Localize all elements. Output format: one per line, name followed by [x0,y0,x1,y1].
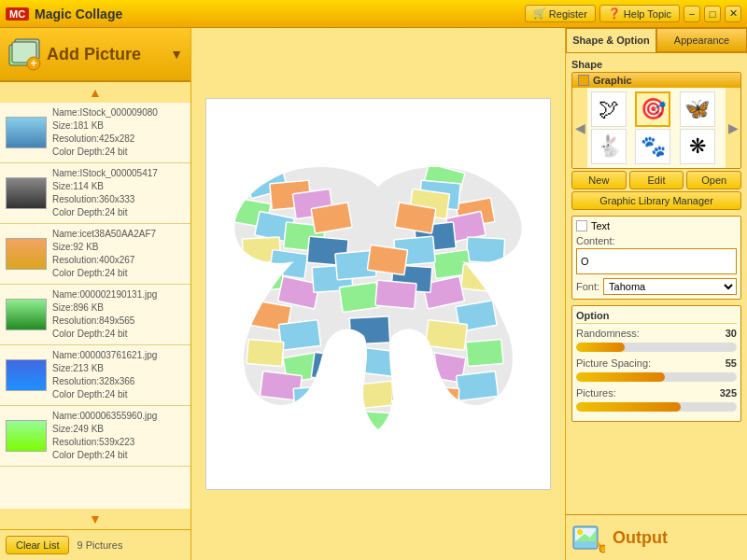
list-item[interactable]: Name:000006355960.jpgSize:249 KBResoluti… [0,406,190,467]
font-select[interactable]: Tahoma [603,278,737,295]
graphic-library-manager-button[interactable]: Graphic Library Manager [571,191,741,210]
bird-collage-svg: // This won't execute in SVG context, we… [219,112,537,476]
spacing-row: Picture Spacing: 55 [576,357,737,369]
graphic-grid: ◀ 🕊 🎯 🦋 🐇 🐾 ❋ ▶ [572,88,740,168]
svg-rect-29 [461,264,500,292]
svg-rect-35 [375,280,416,309]
list-item[interactable]: Name:000002190131.jpgSize:896 KBResoluti… [0,285,190,345]
content-input[interactable] [576,248,737,274]
app-logo: MC [6,7,29,21]
scroll-down-button[interactable]: ▼ [0,509,190,529]
shape-section: Shape Graphic ◀ 🕊 🎯 🦋 🐇 🐾 [571,59,741,210]
spacing-value: 55 [726,357,737,369]
minimize-button[interactable]: − [684,6,700,22]
text-section: Text Content: Font: Tahoma [571,216,741,300]
svg-rect-50 [466,339,503,366]
tab-shape-option[interactable]: Shape & Option [566,28,656,52]
graphic-label: Graphic [593,75,632,86]
pictures-label: Pictures: [576,387,616,399]
shape-cell-clover[interactable]: ❋ [680,129,715,164]
left-bottom: Clear List 9 Pictures [0,529,190,560]
pictures-slider[interactable] [576,402,737,412]
picture-count: 9 Pictures [77,539,122,551]
pictures-row: Pictures: 325 [576,387,737,399]
svg-rect-47 [319,385,358,413]
svg-rect-27 [395,203,436,234]
register-button[interactable]: 🛒 Register [525,5,596,22]
close-button[interactable]: ✕ [725,6,741,22]
text-section-label: Text [591,220,610,231]
app-title: Magic Collage [35,7,525,21]
output-icon: ↓ [571,521,605,554]
svg-rect-55 [391,385,430,413]
pictures-value: 325 [720,387,737,399]
svg-rect-13 [269,249,307,278]
graphic-color-swatch [578,75,589,86]
shapes-grid: 🕊 🎯 🦋 🐇 🐾 ❋ [587,88,726,168]
randomness-slider[interactable] [576,343,737,352]
svg-rect-16 [247,264,285,292]
svg-text:+: + [30,57,36,70]
main-layout: + Add Picture ▼ ▲ Name:IStock_000009080S… [0,28,747,560]
randomness-value: 30 [726,328,737,339]
dropdown-arrow-icon[interactable]: ▼ [170,47,183,62]
spacing-fill [576,372,665,382]
maximize-button[interactable]: □ [704,6,721,22]
svg-rect-45 [293,386,332,413]
output-bar: ↓ Output [566,514,747,560]
output-label[interactable]: Output [613,528,668,548]
randomness-label: Randomness: [576,328,640,339]
spacing-label: Picture Spacing: [576,357,651,369]
text-checkbox[interactable] [576,220,587,231]
svg-rect-25 [466,237,504,263]
svg-text:↓: ↓ [601,546,605,553]
next-shape-button[interactable]: ▶ [726,88,740,168]
list-item[interactable]: Name:IStock_000009080Size:181 KBResoluti… [0,103,190,163]
shape-cell-rabbit[interactable]: 🐇 [591,129,627,164]
svg-rect-49 [425,320,467,351]
add-picture-icon: + [7,37,41,71]
right-panel: Shape & Option Appearance Shape Graphic … [565,28,747,560]
pictures-fill [576,402,681,412]
clear-list-button[interactable]: Clear List [6,536,69,554]
svg-rect-42 [247,339,284,366]
new-shape-button[interactable]: New [571,171,627,189]
svg-rect-34 [339,282,379,312]
graphic-box-header: Graphic [572,73,740,88]
graphic-box: Graphic ◀ 🕊 🎯 🦋 🐇 🐾 ❋ ▶ [571,72,741,169]
list-item[interactable]: Name:000003761621.jpgSize:213 KBResoluti… [0,345,190,406]
svg-rect-33 [367,245,407,274]
shape-header: Shape [571,59,741,70]
svg-rect-14 [311,203,352,234]
center-canvas-area: // This won't execute in SVG context, we… [191,28,565,560]
list-item[interactable]: Name:icet38A50AA2AF7Size:92 KBResolution… [0,224,190,285]
right-content: Shape Graphic ◀ 🕊 🎯 🦋 🐇 🐾 [566,53,747,514]
content-label: Content: [576,235,737,246]
add-picture-bar[interactable]: + Add Picture ▼ [0,28,190,82]
shape-action-buttons: New Edit Open [571,171,741,189]
help-button[interactable]: ❓ Help Topic [599,5,680,22]
left-panel: + Add Picture ▼ ▲ Name:IStock_000009080S… [0,28,191,560]
scroll-up-button[interactable]: ▲ [0,82,190,103]
prev-shape-button[interactable]: ◀ [572,88,587,168]
tab-appearance[interactable]: Appearance [656,28,747,52]
option-header: Option [576,310,737,324]
tab-bar: Shape & Option Appearance [566,28,747,53]
option-section: Option Randomness: 30 Picture Spacing: 5… [571,305,741,422]
open-shape-button[interactable]: Open [686,171,741,189]
svg-point-59 [577,529,583,535]
font-label: Font: [576,281,599,292]
svg-rect-39 [363,412,401,437]
font-row: Font: Tahoma [576,278,737,295]
shape-cell-target[interactable]: 🎯 [635,91,670,127]
shape-cell-butterfly[interactable]: 🦋 [680,91,715,127]
text-section-header: Text [576,220,737,231]
help-icon: ❓ [608,7,621,20]
edit-shape-button[interactable]: Edit [629,171,684,189]
svg-rect-41 [278,320,320,351]
shape-cell-dove[interactable]: 🕊 [591,91,627,127]
spacing-slider[interactable] [576,372,737,382]
shape-cell-paw[interactable]: 🐾 [635,129,670,164]
cart-icon: 🛒 [533,7,546,20]
list-item[interactable]: Name:IStock_000005417Size:114 KBResoluti… [0,163,190,224]
